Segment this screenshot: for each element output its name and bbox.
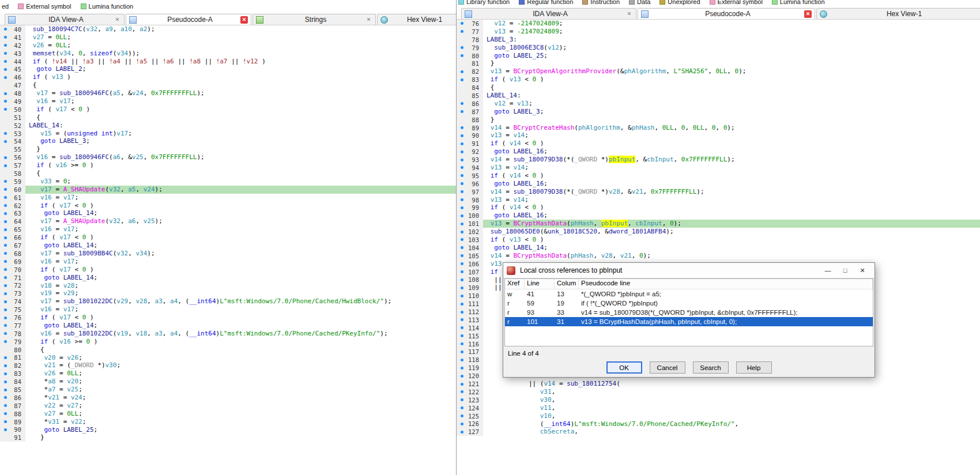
code-line[interactable]: 86 *v21 = v24; xyxy=(0,394,456,402)
code-line[interactable]: 61 v16 = v17; xyxy=(0,194,456,202)
column-header[interactable]: Xref xyxy=(505,279,525,289)
left-pseudocode-view[interactable]: 40 sub_180094C7C(v32, a9, a10, a2);41 v2… xyxy=(0,25,456,475)
code-line[interactable]: 77 v13 = -2147024809; xyxy=(457,28,980,36)
tab-ida-view-a[interactable]: IDA View-A✕ xyxy=(5,14,125,25)
code-line[interactable]: 79 sub_18006E3C8(v12); xyxy=(457,44,980,52)
code-line[interactable]: 52LABEL_14: xyxy=(0,122,456,130)
xref-row[interactable]: r5919if ( !*(_QWORD *)pbInput) xyxy=(505,299,873,308)
code-line[interactable]: 100 goto LABEL_16; xyxy=(457,212,980,220)
code-line[interactable]: 90 v13 = v14; xyxy=(457,131,980,140)
code-line[interactable]: 45 goto LABEL_2; xyxy=(0,65,456,73)
code-line[interactable]: 65 v16 = v17; xyxy=(0,225,456,233)
code-line[interactable]: 91 } xyxy=(0,433,456,442)
ok-button[interactable]: OK xyxy=(606,361,642,374)
code-line[interactable]: 102 sub_180065DE0(&unk_18018C520, &dword… xyxy=(457,228,980,236)
tab-hex-view-1[interactable]: Hex View-1✕ xyxy=(377,14,456,25)
code-line[interactable]: 81 } xyxy=(457,59,980,67)
close-icon[interactable]: ✕ xyxy=(854,263,871,277)
code-line[interactable]: 48 v17 = sub_1800946FC(a5, &v24, 0x7FFFF… xyxy=(0,89,456,97)
code-line[interactable]: 90 goto LABEL_25; xyxy=(0,426,456,434)
code-line[interactable]: 87 v22 = v27; xyxy=(0,402,456,410)
tab-close-icon[interactable]: ✕ xyxy=(365,16,372,24)
code-line[interactable]: 81 v20 = v26; xyxy=(0,354,456,362)
xrefs-dialog-titlebar[interactable]: Local cross references to pbInput — □ ✕ xyxy=(503,263,875,278)
code-line[interactable]: 105 v14 = BCryptHashData(phHash, v28, v2… xyxy=(457,252,980,260)
code-line[interactable]: 95 if ( v14 < 0 ) xyxy=(457,172,980,180)
tab-close-icon[interactable]: ✕ xyxy=(114,16,121,24)
code-line[interactable]: 49 v16 = v17; xyxy=(0,97,456,105)
code-line[interactable]: 46 if ( v13 ) xyxy=(0,73,456,81)
code-line[interactable]: 74 v17 = sub_1801022DC(v29, v28, a3, a4,… xyxy=(0,297,456,306)
tab-ida-view-a[interactable]: IDA View-A✕ xyxy=(461,8,636,19)
code-line[interactable]: 127 cbSecreta, xyxy=(457,428,980,436)
code-line[interactable]: 85LABEL_14: xyxy=(457,92,980,100)
code-line[interactable]: 89 v14 = BCryptCreateHash(phAlgorithm, &… xyxy=(457,124,980,132)
help-button[interactable]: Help xyxy=(736,361,772,374)
code-line[interactable]: 78LABEL_3: xyxy=(457,36,980,44)
code-line[interactable]: 58 { xyxy=(0,169,456,178)
column-header[interactable]: Colum xyxy=(555,279,579,289)
minimize-icon[interactable]: — xyxy=(819,263,836,277)
column-header[interactable]: Pseudocode line xyxy=(579,279,873,289)
tab-close-icon[interactable]: ✕ xyxy=(804,10,812,18)
code-line[interactable]: 125 v10, xyxy=(457,412,980,420)
code-line[interactable]: 101 v13 = BCryptHashData(phHash, pbInput… xyxy=(457,220,980,228)
code-line[interactable]: 80 { xyxy=(0,346,456,354)
code-line[interactable]: 82 v13 = BCryptOpenAlgorithmProvider(&ph… xyxy=(457,67,980,76)
code-line[interactable]: 98 v13 = v14; xyxy=(457,196,980,204)
code-line[interactable]: 91 if ( v14 < 0 ) xyxy=(457,140,980,148)
code-line[interactable]: 57 if ( v16 >= 0 ) xyxy=(0,161,456,169)
column-header[interactable]: Line xyxy=(525,279,555,289)
right-pseudocode-view[interactable]: 76 v12 = -2147024809;77 v13 = -214702480… xyxy=(457,20,980,475)
code-line[interactable]: 60 v17 = A_SHAUpdate(v32, a5, v24); xyxy=(0,186,456,194)
code-line[interactable]: 56 v16 = sub_1800946FC(a6, &v25, 0x7FFFF… xyxy=(0,153,456,161)
code-line[interactable]: 85 *a7 = v25; xyxy=(0,386,456,394)
code-line[interactable]: 87 goto LABEL_3; xyxy=(457,108,980,116)
code-line[interactable]: 78 v16 = sub_1801022DC(v19, v18, a3, a4,… xyxy=(0,330,456,338)
code-line[interactable]: 83 v26 = 0LL; xyxy=(0,370,456,378)
code-line[interactable]: 53 v15 = (unsigned int)v17; xyxy=(0,130,456,138)
code-line[interactable]: 40 sub_180094C7C(v32, a9, a10, a2); xyxy=(0,25,456,33)
code-line[interactable]: 93 v14 = sub_180079D38(*(_QWORD *)pbInpu… xyxy=(457,156,980,164)
code-line[interactable]: 70 if ( v17 < 0 ) xyxy=(0,266,456,274)
code-line[interactable]: 88 } xyxy=(457,116,980,124)
code-line[interactable]: 63 goto LABEL_14; xyxy=(0,209,456,217)
code-line[interactable]: 67 goto LABEL_14; xyxy=(0,242,456,250)
code-line[interactable]: 122 v31, xyxy=(457,388,980,396)
code-line[interactable]: 55 } xyxy=(0,145,456,153)
code-line[interactable]: 68 v17 = sub_18009BB4C(v32, v34); xyxy=(0,250,456,258)
code-line[interactable]: 83 if ( v13 < 0 ) xyxy=(457,76,980,84)
code-line[interactable]: 103 if ( v13 < 0 ) xyxy=(457,236,980,244)
xref-row[interactable]: w4113*(_QWORD *)pbInput = a5; xyxy=(505,289,873,299)
code-line[interactable]: 42 v26 = 0LL; xyxy=(0,42,456,50)
code-line[interactable]: 123 v30, xyxy=(457,396,980,404)
code-line[interactable]: 96 goto LABEL_16; xyxy=(457,180,980,188)
tab-hex-view-1[interactable]: Hex View-1✕ xyxy=(816,8,980,19)
code-line[interactable]: 94 v13 = v14; xyxy=(457,164,980,172)
code-line[interactable]: 104 goto LABEL_14; xyxy=(457,244,980,252)
search-button[interactable]: Search xyxy=(693,361,729,374)
code-line[interactable]: 79 if ( v16 >= 0 ) xyxy=(0,338,456,346)
code-line[interactable]: 80 goto LABEL_25; xyxy=(457,52,980,60)
code-line[interactable]: 66 if ( v17 < 0 ) xyxy=(0,233,456,242)
tab-close-icon[interactable]: ✕ xyxy=(625,10,633,18)
tab-pseudocode-a[interactable]: Pseudocode-A✕ xyxy=(638,8,815,19)
code-line[interactable]: 126 (__int64)L"msft:Windows/7.0/Phone/Ca… xyxy=(457,420,980,428)
code-line[interactable]: 92 goto LABEL_16; xyxy=(457,148,980,156)
code-line[interactable]: 71 goto LABEL_14; xyxy=(0,274,456,282)
code-line[interactable]: 62 if ( v17 < 0 ) xyxy=(0,202,456,210)
code-line[interactable]: 77 goto LABEL_14; xyxy=(0,322,456,330)
code-line[interactable]: 76 v12 = -2147024809; xyxy=(457,20,980,28)
cancel-button[interactable]: Cancel xyxy=(650,361,685,374)
code-line[interactable]: 69 v16 = v17; xyxy=(0,258,456,266)
code-line[interactable]: 51 { xyxy=(0,114,456,122)
code-line[interactable]: 99 if ( v14 < 0 ) xyxy=(457,203,980,212)
code-line[interactable]: 50 if ( v17 < 0 ) xyxy=(0,105,456,114)
xref-row[interactable]: r10131v13 = BCryptHashData(phHash, pbInp… xyxy=(505,317,873,326)
xrefs-list[interactable]: XrefLineColumPseudocode line w4113*(_QWO… xyxy=(504,278,873,346)
code-line[interactable]: 121 || (v14 = sub_180112754( xyxy=(457,380,980,388)
code-line[interactable]: 82 v21 = (_DWORD *)v30; xyxy=(0,361,456,370)
code-line[interactable]: 64 v17 = A_SHAUpdate(v32, a6, v25); xyxy=(0,217,456,225)
code-line[interactable]: 88 v27 = 0LL; xyxy=(0,410,456,418)
code-line[interactable]: 124 v11, xyxy=(457,404,980,412)
